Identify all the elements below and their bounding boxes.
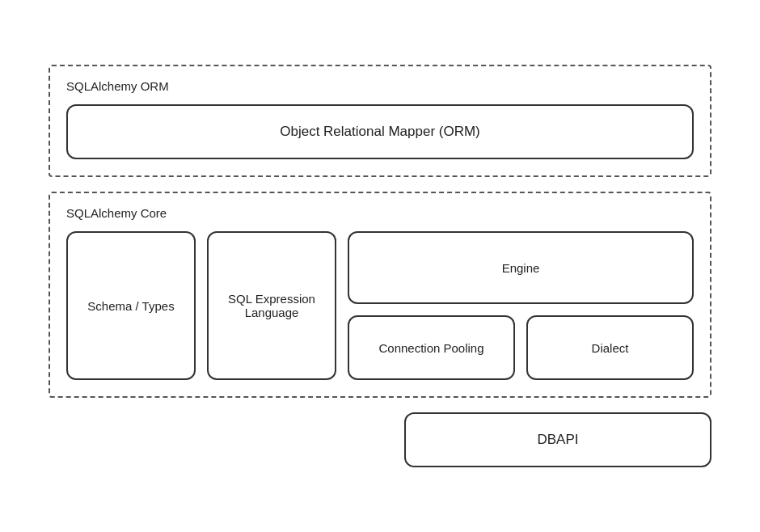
engine-sub-row: Connection Pooling Dialect <box>348 315 694 380</box>
engine-box: Engine <box>348 231 694 304</box>
orm-section: SQLAlchemy ORM Object Relational Mapper … <box>49 65 711 177</box>
dbapi-label: DBAPI <box>537 432 578 447</box>
orm-section-label: SQLAlchemy ORM <box>66 79 694 93</box>
schema-types-label: Schema / Types <box>87 299 174 313</box>
core-grid: Schema / Types SQL Expression Language E… <box>66 231 694 380</box>
engine-column: Engine Connection Pooling Dialect <box>348 231 694 380</box>
dialect-box: Dialect <box>526 315 694 380</box>
sql-expression-box: SQL Expression Language <box>207 231 336 380</box>
orm-box: Object Relational Mapper (ORM) <box>66 104 694 159</box>
schema-types-box: Schema / Types <box>66 231 196 380</box>
core-section: SQLAlchemy Core Schema / Types SQL Expre… <box>49 192 711 398</box>
diagram-container: SQLAlchemy ORM Object Relational Mapper … <box>32 49 728 483</box>
engine-label: Engine <box>502 261 540 275</box>
connection-pooling-box: Connection Pooling <box>348 315 515 380</box>
connection-pooling-label: Connection Pooling <box>378 341 483 355</box>
core-section-label: SQLAlchemy Core <box>66 206 694 220</box>
orm-box-label: Object Relational Mapper (ORM) <box>280 124 480 139</box>
dbapi-section: DBAPI <box>49 412 711 467</box>
sql-expression-label: SQL Expression Language <box>225 292 319 319</box>
dialect-label: Dialect <box>592 341 629 355</box>
core-left: Schema / Types SQL Expression Language <box>66 231 336 380</box>
dbapi-box: DBAPI <box>404 412 711 467</box>
